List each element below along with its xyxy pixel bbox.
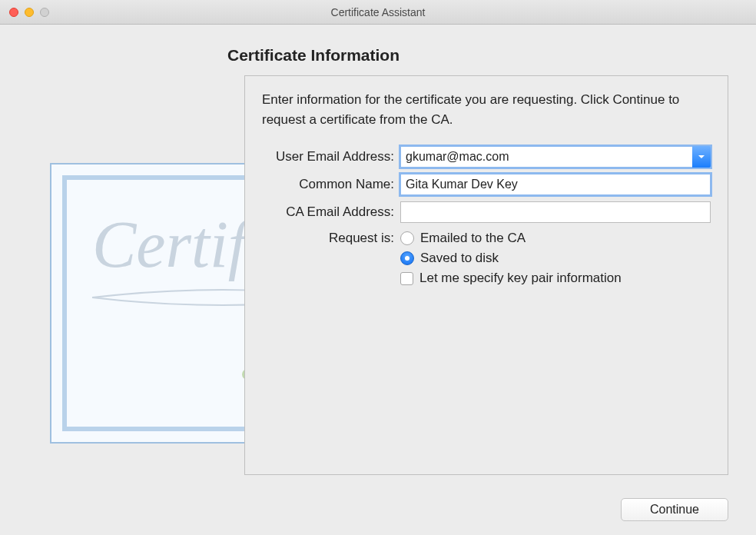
- checkbox-keypair-label: Let me specify key pair information: [419, 271, 622, 286]
- ca-email-row: CA Email Address:: [262, 201, 711, 223]
- content-area: Certificate Certificate Information Ente…: [0, 25, 756, 535]
- close-button[interactable]: [9, 8, 18, 17]
- maximize-button: [40, 8, 49, 17]
- user-email-input[interactable]: [400, 146, 711, 168]
- ca-email-input[interactable]: [400, 201, 711, 223]
- traffic-lights: [9, 8, 49, 17]
- radio-saved-label: Saved to disk: [420, 251, 499, 266]
- common-name-row: Common Name:: [262, 174, 711, 195]
- common-name-input[interactable]: [400, 174, 711, 195]
- minimize-button[interactable]: [25, 8, 34, 17]
- user-email-combo[interactable]: [400, 146, 711, 168]
- titlebar: Certificate Assistant: [0, 0, 756, 25]
- certificate-assistant-window: Certificate Assistant Certificate Certif…: [0, 0, 756, 535]
- user-email-row: User Email Address:: [262, 146, 711, 168]
- request-is-label: Request is:: [262, 229, 400, 246]
- footer: Continue: [28, 498, 728, 521]
- checkbox-keypair[interactable]: Let me specify key pair information: [400, 271, 622, 286]
- user-email-label: User Email Address:: [262, 149, 400, 164]
- request-is-row: Request is: Emailed to the CA Saved to d…: [262, 229, 711, 286]
- continue-button[interactable]: Continue: [621, 498, 728, 521]
- chevron-down-icon: [698, 153, 705, 161]
- window-title: Certificate Assistant: [0, 6, 756, 18]
- common-name-label: Common Name:: [262, 177, 400, 192]
- page-heading: Certificate Information: [227, 46, 728, 65]
- request-is-options: Emailed to the CA Saved to disk Let me s…: [400, 229, 622, 286]
- checkbox-keypair-indicator: [400, 272, 413, 285]
- instructions-text: Enter information for the certificate yo…: [262, 90, 711, 129]
- radio-emailed-indicator: [400, 231, 414, 245]
- radio-saved-indicator: [400, 251, 414, 265]
- radio-emailed[interactable]: Emailed to the CA: [400, 231, 622, 246]
- ca-email-label: CA Email Address:: [262, 204, 400, 220]
- user-email-dropdown-arrow[interactable]: [692, 146, 711, 168]
- radio-saved[interactable]: Saved to disk: [400, 251, 622, 266]
- form-panel: Enter information for the certificate yo…: [244, 75, 728, 475]
- radio-emailed-label: Emailed to the CA: [420, 231, 526, 246]
